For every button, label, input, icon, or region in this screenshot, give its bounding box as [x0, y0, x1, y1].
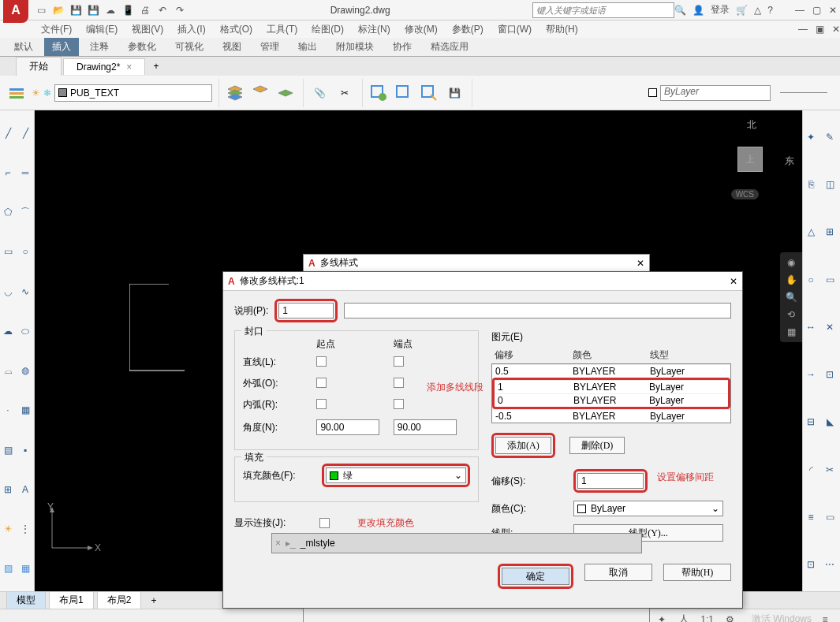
linetype-preview[interactable] [780, 92, 827, 93]
cloud-icon[interactable]: ☁ [0, 323, 16, 339]
nav-orbit-icon[interactable]: ⟲ [787, 309, 795, 320]
fill-color-dropdown[interactable]: 绿 ⌄ [326, 467, 466, 483]
menu-window[interactable]: 窗口(W) [498, 23, 532, 36]
point-icon[interactable]: · [0, 402, 16, 418]
rtab-default[interactable]: 默认 [6, 38, 41, 56]
cap-inner-end-chk[interactable] [394, 399, 404, 409]
doc-tab-close-icon[interactable]: × [126, 61, 132, 73]
layer-props-icon[interactable] [6, 82, 28, 104]
sb-gear-icon[interactable]: ⚙ [722, 611, 739, 623]
menu-dim[interactable]: 标注(N) [358, 23, 390, 36]
freeze-icon[interactable]: ❄ [43, 88, 51, 99]
vc-top[interactable]: 上 [737, 147, 763, 172]
grad2-icon[interactable]: ▦ [17, 561, 33, 576]
mirror-icon[interactable]: ◫ [822, 177, 838, 192]
doc-tab-active[interactable]: Drawing2* × [63, 58, 145, 75]
elements-table[interactable]: 0.5BYLAYERByLayer 1BYLAYERByLayer 0BYLAY… [491, 363, 731, 423]
color-dropdown[interactable]: ByLayer ⌄ [573, 501, 723, 516]
menu-tools[interactable]: 工具(T) [267, 23, 297, 36]
menu-draw[interactable]: 绘图(D) [312, 23, 344, 36]
line-icon[interactable]: ╱ [0, 125, 16, 141]
cancel-button[interactable]: 取消 [584, 564, 652, 581]
drawing-canvas[interactable]: 北 东 南 上 WCS ◉ ✋ 🔍 ⟲ ▦ X Y A 多线样式 [35, 110, 802, 591]
tab-layout1[interactable]: 布局1 [49, 591, 94, 609]
doc-minimize-icon[interactable]: — [798, 24, 808, 35]
polygon-icon[interactable]: ⬠ [0, 204, 16, 220]
dialog-titlebar[interactable]: A 修改多线样式:1 ✕ [223, 272, 742, 291]
vc-east[interactable]: 东 [785, 155, 794, 168]
gradient-icon[interactable]: ▤ [0, 442, 16, 458]
print-icon[interactable]: 🖨 [137, 2, 153, 18]
nav-zoom-icon[interactable]: 🔍 [786, 292, 797, 303]
save-icon[interactable]: 💾 [68, 2, 84, 18]
menu-edit[interactable]: 编辑(E) [86, 23, 118, 36]
spline-icon[interactable]: ∿ [17, 284, 33, 300]
menu-insert[interactable]: 插入(I) [177, 23, 205, 36]
help-button[interactable]: 帮助(H) [663, 564, 731, 581]
ellipse-icon[interactable]: ⬭ [17, 323, 33, 339]
tab-model[interactable]: 模型 [6, 591, 46, 609]
dialog-close-icon[interactable]: ✕ [730, 276, 737, 287]
search-icon[interactable]: 🔍 [674, 5, 686, 16]
login-link[interactable]: 登录 [711, 3, 730, 17]
wcs-badge[interactable]: WCS [731, 189, 759, 199]
menu-modify[interactable]: 修改(M) [405, 23, 438, 36]
block2-icon[interactable] [393, 82, 415, 104]
nav-wheel-icon[interactable]: ◉ [787, 257, 795, 268]
app-logo[interactable]: A [3, 0, 28, 23]
trim-icon[interactable]: ✕ [822, 319, 838, 335]
rtab-param[interactable]: 参数化 [120, 38, 164, 56]
layers-stack-icon[interactable] [224, 82, 246, 104]
sun-icon[interactable]: ☀ [32, 88, 40, 99]
doc-tab-start[interactable]: 开始 [16, 57, 62, 76]
ellipse-arc-icon[interactable]: ⌓ [0, 363, 16, 378]
copy-icon[interactable]: ⎘ [803, 177, 819, 192]
break-icon[interactable]: ⊡ [822, 367, 838, 382]
arc-icon[interactable]: ⌒ [17, 204, 33, 220]
stretch-icon[interactable]: ↔ [803, 319, 819, 335]
attach-icon[interactable]: 📎 [308, 82, 330, 104]
rtab-annotate[interactable]: 注释 [82, 38, 117, 56]
doc-close-icon[interactable]: ✕ [832, 24, 840, 35]
help-icon[interactable]: ? [767, 5, 773, 16]
rtab-manage[interactable]: 管理 [252, 38, 287, 56]
scale-icon[interactable]: ▭ [822, 272, 838, 288]
maximize-icon[interactable]: ▢ [812, 5, 821, 16]
table-icon[interactable]: ⊞ [0, 482, 16, 497]
arc2-icon[interactable]: ◡ [0, 284, 16, 300]
app-icon[interactable]: △ [754, 5, 761, 16]
block1-icon[interactable] [368, 82, 390, 104]
desc-input[interactable] [278, 303, 334, 318]
rotate-icon[interactable]: ○ [803, 272, 819, 288]
rtab-output[interactable]: 输出 [290, 38, 325, 56]
text-icon[interactable]: A [17, 482, 33, 497]
menu-file[interactable]: 文件(F) [41, 23, 72, 36]
xline-icon[interactable]: ╱ [17, 125, 33, 141]
close-icon[interactable]: ✕ [829, 5, 837, 16]
web-icon[interactable]: ☁ [103, 2, 118, 18]
lengthen-icon[interactable]: ⊡ [803, 557, 819, 572]
explode-icon[interactable]: ✂ [822, 462, 838, 478]
layer-filter-icon[interactable] [249, 82, 271, 104]
rtab-insert[interactable]: 插入 [44, 38, 79, 56]
more-icon[interactable]: ⋯ [822, 557, 838, 572]
new-icon[interactable]: ▭ [33, 2, 49, 18]
command-line[interactable]: × ▸_ _mlstyle [271, 533, 642, 553]
rtab-collab[interactable]: 协作 [385, 38, 420, 56]
add-button[interactable]: 添加(A) [495, 437, 551, 454]
hatch2-icon[interactable]: ▨ [0, 561, 16, 576]
angle-start-input[interactable] [316, 419, 379, 435]
menu-help[interactable]: 帮助(H) [546, 23, 578, 36]
minimize-icon[interactable]: — [795, 5, 805, 16]
rtab-featured[interactable]: 精选应用 [423, 38, 476, 56]
saveas-icon[interactable]: 💾 [85, 2, 101, 18]
sb-menu-icon[interactable]: ≡ [816, 611, 834, 623]
back-close-icon[interactable]: ✕ [637, 258, 644, 269]
nav-show-icon[interactable]: ▦ [787, 326, 796, 337]
join-icon[interactable]: ⊟ [803, 414, 819, 430]
move-icon[interactable]: ✦ [803, 129, 819, 145]
undo-icon[interactable]: ↶ [155, 2, 170, 18]
show-joint-chk[interactable] [319, 518, 330, 528]
angle-end-input[interactable] [394, 419, 457, 435]
chamfer-icon[interactable]: ◣ [822, 414, 838, 430]
